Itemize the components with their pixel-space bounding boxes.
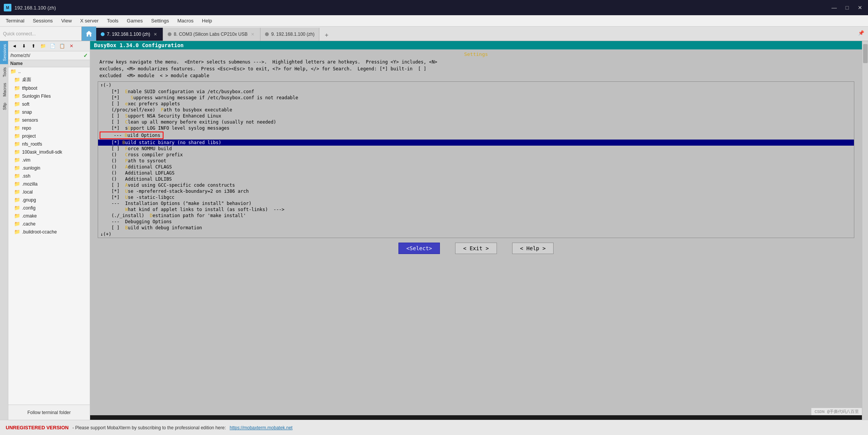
file-name-local: .local [22,189,33,195]
box-line-suppress: [*] Suppress warning message if /etc/bus… [98,95,854,101]
tab-indicator [101,32,105,36]
file-item-config[interactable]: 📁 .config [8,204,90,212]
terminal-content[interactable]: Settings Arrow keys navigate the menu. <… [90,49,862,415]
exit-button[interactable]: < Exit > [455,243,497,254]
left-tab-tools[interactable]: Tools [0,64,8,80]
folder-icon: 📁 [14,229,20,235]
file-name-project: project [22,133,36,139]
menu-terminal[interactable]: Terminal [2,16,28,25]
file-item-desktop[interactable]: 📁 桌面 [8,75,90,84]
tab-8-close[interactable]: ✕ [250,32,255,37]
menu-xserver[interactable]: X server [76,16,102,25]
box-line-exec: [ ] exec prefers applets [98,101,854,107]
menu-settings[interactable]: Settings [148,16,173,25]
file-item-snap[interactable]: 📁 snap [8,108,90,116]
fp-copy-button[interactable]: 📄 [48,42,57,50]
fp-download-button[interactable]: ⬇ [20,42,28,50]
file-item-local[interactable]: 📁 .local [8,188,90,196]
minimize-button[interactable]: — [830,3,838,12]
terminal-scrollbar[interactable] [862,41,868,420]
file-item-repo[interactable]: 📁 repo [8,124,90,132]
left-tab-sftp[interactable]: Sftp [0,100,8,113]
mobatek-link[interactable]: https://mobaxterm.mobatek.net [230,425,292,430]
folder-icon: 📁 [14,205,20,211]
box-top-line: ↑(-) [98,82,854,89]
home-button[interactable] [82,27,96,41]
file-item-100ask[interactable]: 📁 100ask_imx6ull-sdk [8,148,90,156]
menu-macros[interactable]: Macros [173,16,197,25]
box-line-ldlibs: () Additional LDLIBS [98,176,854,182]
box-line-nommu: [ ] Force NOMMU build [98,146,854,152]
folder-icon: 📁 [14,93,20,99]
follow-terminal-folder-button[interactable]: Follow terminal folder [8,405,90,420]
pin-icon[interactable]: 📌 [858,30,864,36]
terminal-dark-bottom [90,415,862,420]
menu-sessions[interactable]: Sessions [29,16,57,25]
tab-8[interactable]: 8. COM3 (Silicon Labs CP210x USB ✕ [163,28,260,41]
file-item-sensors[interactable]: 📁 sensors [8,116,90,124]
file-item-tftpboot[interactable]: 📁 tftpboot [8,84,90,92]
left-tab-macros[interactable]: Macros [0,80,8,100]
help-button[interactable]: < Help > [512,243,554,254]
fp-back-button[interactable]: ◄ [10,42,19,50]
folder-icon: 📁 [14,157,20,163]
menu-games[interactable]: Games [123,16,147,25]
status-message: - Please support MobaXterm by subscribin… [72,425,226,430]
select-button[interactable]: <Select> [398,243,440,254]
fp-new-folder-button[interactable]: 📁 [39,42,47,50]
file-item-sunlogin2[interactable]: 📁 .sunlogin [8,164,90,172]
close-button[interactable]: ✕ [856,3,864,12]
follow-terminal-folder-label: Follow terminal folder [27,410,71,415]
folder-icon: 📁 [14,149,20,155]
file-item-dotdot[interactable]: 📁 .. [8,67,90,75]
fp-upload-button[interactable]: ⬆ [29,42,38,50]
box-line-suid: [*] Enable SUID configuration via /etc/b… [98,89,854,95]
file-item-mozilla[interactable]: 📁 .mozilla [8,180,90,188]
box-line-avoid-gcc: [ ] Avoid using GCC-specific code constr… [98,182,854,188]
tab-7-close[interactable]: ✕ [152,32,158,37]
tab-7-label: 7. 192.168.1.100 (zh) [107,32,150,37]
file-item-cache[interactable]: 📁 .cache [8,220,90,228]
quick-connect-input[interactable]: Quick connect... [3,31,36,37]
new-tab-button[interactable]: ＋ [321,29,332,41]
menu-tools[interactable]: Tools [103,16,122,25]
file-item-vim[interactable]: 📁 .vim [8,156,90,164]
tab-7[interactable]: 7. 192.168.1.100 (zh) ✕ [96,28,163,41]
menu-help[interactable]: Help [198,16,216,25]
left-tab-sessions[interactable]: Sessions [0,41,8,64]
file-name-ssh: .ssh [22,173,30,179]
unregistered-label: UNREGISTERED VERSION [6,425,68,430]
tab-9-indicator [265,32,269,36]
folder-icon: 📁 [14,109,20,115]
window-title: 192.168.1.100 (zh) [14,5,56,11]
name-column-header: Name [10,61,23,66]
fp-delete-button[interactable]: ✕ [67,42,76,50]
box-line-sysroot: () Path to sysroot [98,158,854,164]
box-line-static-binary[interactable]: [*] Build static binary (no shared libs) [98,140,854,146]
folder-icon: 📁 [14,197,20,203]
file-item-soft[interactable]: 📁 soft [8,100,90,108]
file-item-nfs[interactable]: 📁 nfs_rootfs [8,140,90,148]
file-item-sunlogin[interactable]: 📁 Sunlogin Files [8,92,90,100]
box-line-dest-path: (./_install) Destination path for 'make … [98,213,854,219]
title-bar: M 192.168.1.100 (zh) — □ ✕ [0,0,868,15]
maximize-button[interactable]: □ [843,3,851,12]
file-name-sensors: sensors [22,117,38,123]
file-name-config: .config [22,205,35,211]
menu-view[interactable]: View [57,16,76,25]
fp-paste-button[interactable]: 📋 [58,42,66,50]
file-name-cache: .cache [22,221,35,227]
file-name-tftpboot: tftpboot [22,86,37,91]
tab-9-label: 9. 192.168.1.100 (zh) [271,32,314,37]
box-bottom-line: ↓(+) [98,231,854,238]
tab-9[interactable]: 9. 192.168.1.100 (zh) [260,28,319,41]
file-item-buildroot[interactable]: 📁 .buildroot-ccache [8,228,90,236]
status-bar: UNREGISTERED VERSION - Please support Mo… [0,420,868,435]
box-line-nsa: [ ] Support NSA Security Enhanced Linux [98,113,854,119]
box-line-path: (/proc/self/exe) Path to busybox executa… [98,107,854,113]
file-item-gnupg[interactable]: 📁 .gnupg [8,196,90,204]
file-item-project[interactable]: 📁 project [8,132,90,140]
path-text[interactable]: /home/zh/ [10,53,83,58]
file-item-ssh[interactable]: 📁 .ssh [8,172,90,180]
file-item-cmake[interactable]: 📁 .cmake [8,212,90,220]
